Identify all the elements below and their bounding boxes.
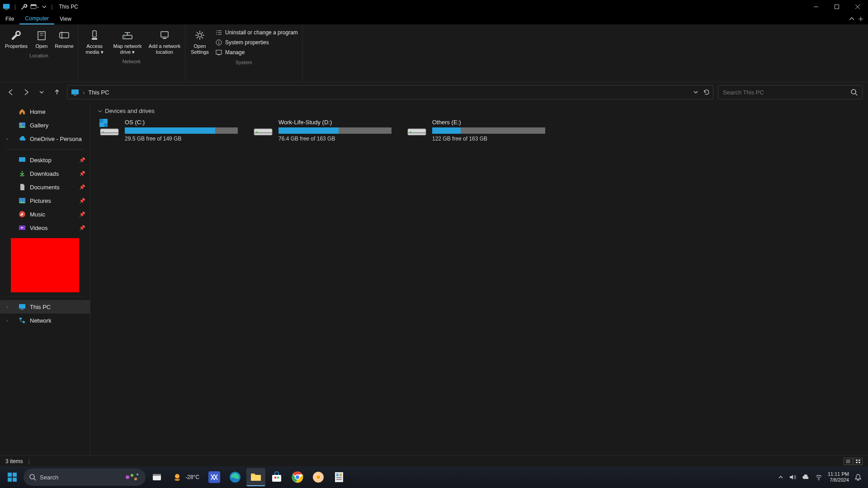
minimize-ribbon-icon[interactable] <box>849 16 854 22</box>
drive-item[interactable]: Work-Life-Study (D:) 76.4 GB free of 163… <box>251 119 392 142</box>
drive-item[interactable]: Others (E:) 122 GB free of 163 GB <box>405 119 545 142</box>
search-box[interactable] <box>718 85 863 99</box>
label: Manage <box>225 49 245 56</box>
menu-view[interactable]: View <box>54 14 77 24</box>
taskbar-task-view[interactable] <box>147 468 166 486</box>
chevron-down-icon[interactable] <box>42 5 47 9</box>
sidebar-documents[interactable]: Documents 📌 <box>0 180 90 194</box>
rename-button[interactable]: Rename <box>52 27 76 51</box>
pin-icon[interactable]: 📌 <box>79 211 85 217</box>
access-media-button[interactable]: Access media ▾ <box>80 27 109 57</box>
system-properties-button[interactable]: System properties <box>215 38 298 47</box>
taskbar-app-2[interactable] <box>330 468 349 486</box>
taskbar-app-1[interactable] <box>205 468 224 486</box>
search-input[interactable] <box>723 89 850 96</box>
tray-chevron-icon[interactable] <box>778 474 783 480</box>
pin-icon[interactable]: 📌 <box>79 157 85 163</box>
sidebar-onedrive[interactable]: › OneDrive - Persona <box>0 132 90 145</box>
chevron-right-icon[interactable]: › <box>6 305 8 310</box>
taskbar-store[interactable] <box>267 468 286 486</box>
up-button[interactable] <box>52 87 62 98</box>
pin-icon[interactable]: 📌 <box>79 171 85 177</box>
details-view-button[interactable] <box>844 458 853 465</box>
svg-rect-40 <box>104 123 108 127</box>
refresh-button[interactable] <box>703 89 710 96</box>
ribbon-group-label: Network <box>123 59 141 65</box>
drive-item[interactable]: OS (C:) 29.5 GB free of 149 GB <box>98 119 238 142</box>
taskbar-chrome-canary[interactable] <box>309 468 328 486</box>
breadcrumb[interactable]: › This PC <box>67 85 713 99</box>
gear-icon <box>193 29 206 42</box>
svg-rect-87 <box>336 479 342 480</box>
sidebar-downloads[interactable]: Downloads 📌 <box>0 167 90 180</box>
pin-icon[interactable]: 📌 <box>79 184 85 190</box>
back-button[interactable] <box>5 87 16 98</box>
label: Desktop <box>30 157 52 164</box>
recent-dropdown-button[interactable] <box>36 87 47 98</box>
tray-onedrive-icon[interactable] <box>802 474 810 480</box>
pin-icon[interactable]: 📌 <box>79 225 85 231</box>
sidebar-gallery[interactable]: Gallery <box>0 118 90 132</box>
taskbar-chrome[interactable] <box>288 468 307 486</box>
sidebar-desktop[interactable]: Desktop 📌 <box>0 153 90 167</box>
taskbar-weather[interactable]: -28°C <box>168 472 203 483</box>
manage-button[interactable]: Manage <box>215 48 298 57</box>
ribbon-group-label: System <box>236 60 252 66</box>
tray-volume-icon[interactable] <box>789 474 796 481</box>
svg-rect-58 <box>13 473 17 477</box>
forward-button[interactable] <box>21 87 32 98</box>
qat-dropdown-icon[interactable] <box>30 3 39 10</box>
svg-rect-1 <box>5 9 8 10</box>
chevron-right-icon[interactable]: › <box>6 136 8 141</box>
taskbar-explorer[interactable] <box>246 468 265 486</box>
tray-notifications-icon[interactable] <box>854 474 862 481</box>
sidebar-videos[interactable]: Videos 📌 <box>0 221 90 235</box>
tray-wifi-icon[interactable] <box>815 474 822 481</box>
uninstall-program-button[interactable]: Uninstall or change a program <box>215 28 298 37</box>
chevron-right-icon[interactable]: › <box>6 318 8 323</box>
sidebar-pictures[interactable]: Pictures 📌 <box>0 194 90 207</box>
maximize-button[interactable] <box>826 0 847 14</box>
svg-rect-22 <box>216 50 222 54</box>
address-dropdown-icon[interactable] <box>693 89 698 95</box>
sidebar-network[interactable]: › Network <box>0 314 90 327</box>
svg-rect-3 <box>31 5 36 6</box>
drive-icon <box>98 119 121 137</box>
tray-clock[interactable]: 11:11 PM 7/8/2024 <box>828 471 849 483</box>
svg-rect-57 <box>8 473 12 477</box>
svg-rect-39 <box>99 119 103 122</box>
sidebar-home[interactable]: Home <box>0 105 90 118</box>
search-icon[interactable] <box>850 89 858 96</box>
sidebar-music[interactable]: Music 📌 <box>0 207 90 221</box>
drive-free-text: 29.5 GB free of 149 GB <box>125 136 238 142</box>
breadcrumb-current[interactable]: This PC <box>88 89 109 96</box>
start-button[interactable] <box>3 468 22 486</box>
svg-rect-17 <box>163 38 166 39</box>
label: OneDrive - Persona <box>30 136 82 142</box>
open-settings-button[interactable]: Open Settings <box>187 27 212 58</box>
label: This PC <box>30 304 51 310</box>
pin-icon[interactable]: 📌 <box>79 198 85 204</box>
taskbar-search[interactable]: Search <box>24 469 146 486</box>
properties-button[interactable]: Properties <box>2 27 31 51</box>
map-network-drive-button[interactable]: Map network drive ▾ <box>109 27 146 57</box>
tray-date: 7/8/2024 <box>828 477 849 483</box>
group-header[interactable]: Devices and drives <box>98 106 861 119</box>
menu-file[interactable]: File <box>0 14 19 24</box>
network-icon <box>18 316 26 324</box>
sidebar-this-pc[interactable]: › This PC <box>0 300 90 314</box>
svg-rect-48 <box>254 132 272 133</box>
minimize-button[interactable] <box>806 0 826 14</box>
close-button[interactable] <box>847 0 868 14</box>
titlebar: | | This PC <box>0 0 868 14</box>
home-icon <box>18 108 26 116</box>
taskbar-edge[interactable] <box>226 468 245 486</box>
svg-point-65 <box>134 478 137 480</box>
icons-view-button[interactable] <box>854 458 863 465</box>
menu-computer[interactable]: Computer <box>19 14 54 24</box>
svg-point-63 <box>126 475 129 479</box>
add-network-location-button[interactable]: Add a network location <box>146 27 183 57</box>
new-tab-icon[interactable] <box>858 16 863 22</box>
open-button[interactable]: Open <box>31 27 52 51</box>
gallery-icon <box>18 121 26 129</box>
